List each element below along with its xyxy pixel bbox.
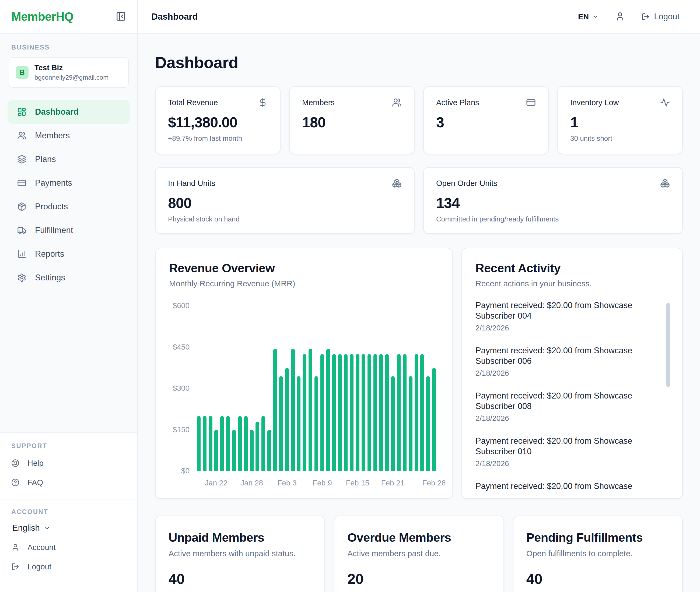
sidebar-item-logout[interactable]: Logout: [0, 557, 137, 576]
summary-value: 40: [169, 571, 312, 587]
sidebar-item-settings[interactable]: Settings: [7, 266, 130, 290]
bar-feb-20: [385, 354, 389, 471]
business-card[interactable]: B Test Biz bgconnelly29@gmail.com: [9, 57, 129, 88]
sidebar-item-products[interactable]: Products: [7, 195, 130, 218]
activity-scrollbar[interactable]: [666, 303, 670, 387]
bar-feb-9: [320, 354, 324, 471]
truck-icon: [17, 226, 27, 235]
user-icon: [615, 11, 625, 21]
summary-subtitle: Open fulfillments to complete.: [526, 549, 669, 558]
header-language-label: EN: [578, 12, 589, 21]
chart-subtitle: Monthly Recurring Revenue (MRR): [169, 279, 438, 288]
activity-date: 2/18/2026: [475, 324, 669, 332]
dollar-sign-icon: [258, 98, 268, 107]
activity-text: Payment received: $20.00 from Showcase S…: [475, 390, 661, 411]
brand-logo: MemberHQ: [11, 10, 74, 23]
main-content: Dashboard Total Revenue $11,380.00 +89.7…: [138, 34, 700, 592]
chart-title: Revenue Overview: [169, 261, 438, 275]
sidebar-nav-section: BUSINESS B Test Biz bgconnelly29@gmail.c…: [0, 34, 137, 433]
stat-card-total-revenue: Total Revenue $11,380.00 +89.7% from las…: [155, 86, 281, 154]
bars-layer: [196, 306, 437, 471]
header-logout-button[interactable]: Logout: [642, 12, 680, 21]
activity-icon: [660, 98, 670, 107]
stat-label: In Hand Units: [168, 179, 216, 188]
bar-feb-16: [362, 354, 365, 471]
header-user-button[interactable]: [615, 11, 625, 22]
activity-list: Payment received: $20.00 from Showcase S…: [475, 300, 669, 491]
users-icon: [17, 131, 27, 140]
bar-feb-12: [338, 354, 342, 471]
stat-card-inventory-low: Inventory Low 1 30 units short: [557, 86, 683, 154]
sidebar-collapse-button[interactable]: [116, 11, 126, 22]
stat-value: 3: [436, 114, 536, 131]
sidebar-item-reports[interactable]: Reports: [7, 242, 130, 266]
bar-feb-11: [332, 354, 336, 471]
bar-jan-22: [214, 430, 218, 471]
topbar-actions: EN Logout: [578, 11, 680, 22]
page-title: Dashboard: [155, 53, 683, 72]
bar-feb-2: [279, 376, 283, 471]
stat-subtext: +89.7% from last month: [168, 134, 268, 143]
header-language-select[interactable]: EN: [578, 12, 599, 21]
summary-subtitle: Active members past due.: [347, 549, 490, 558]
sidebar-item-account[interactable]: Account: [0, 538, 137, 557]
x-axis-tick: Feb 15: [341, 479, 374, 487]
help-circle-icon: [11, 479, 19, 487]
bar-jan-20: [203, 416, 206, 471]
summary-subtitle: Active members with unpaid status.: [169, 549, 312, 558]
life-buoy-icon: [11, 459, 19, 467]
x-axis-tick: Feb 3: [271, 479, 303, 487]
sidebar-account-section: ACCOUNT English Account Logout: [0, 499, 137, 592]
sidebar-support-section: SUPPORT Help FAQ: [0, 433, 137, 499]
stat-label: Open Order Units: [436, 179, 497, 188]
sidebar-nav: Dashboard Members Plans Payments Product…: [0, 100, 137, 290]
bar-jan-28: [250, 430, 253, 471]
sidebar-item-payments[interactable]: Payments: [7, 171, 130, 195]
summary-title: Pending Fulfillments: [526, 531, 669, 545]
activity-text: Payment received: $20.00 from Showcase S…: [475, 345, 661, 366]
account-list: Account Logout: [0, 538, 137, 576]
gear-icon: [17, 273, 27, 282]
support-section-label: SUPPORT: [0, 442, 137, 450]
stat-value: 134: [436, 195, 670, 211]
activity-item: Payment received: $20.00 from Showcase S…: [475, 436, 669, 468]
topbar-title: Dashboard: [151, 11, 198, 22]
panel-left-close-icon: [116, 11, 126, 21]
activity-text: Payment received: $20.00 from Showcase S…: [475, 300, 661, 321]
stat-label: Members: [302, 98, 335, 107]
bar-jan-19: [197, 416, 200, 471]
sidebar-item-faq[interactable]: FAQ: [0, 473, 137, 492]
bar-jan-29: [255, 422, 259, 471]
bar-feb-15: [356, 354, 360, 471]
stats-row-1: Total Revenue $11,380.00 +89.7% from las…: [155, 86, 683, 154]
logout-icon: [11, 563, 19, 571]
bar-feb-14: [350, 354, 354, 471]
y-axis-tick: $150: [169, 426, 190, 434]
language-select-label: English: [12, 523, 40, 533]
sidebar-item-help[interactable]: Help: [0, 453, 137, 473]
business-meta: Test Biz bgconnelly29@gmail.com: [35, 63, 108, 81]
bar-jan-25: [232, 430, 236, 471]
language-select[interactable]: English: [12, 523, 137, 533]
sidebar-item-members[interactable]: Members: [7, 124, 130, 147]
bar-feb-22: [397, 354, 401, 471]
bar-feb-17: [368, 354, 371, 471]
summary-title: Unpaid Members: [169, 531, 312, 545]
charts-row: Revenue Overview Monthly Recurring Reven…: [155, 248, 683, 499]
bar-jan-23: [220, 416, 224, 471]
sidebar-item-fulfillment[interactable]: Fulfillment: [7, 218, 130, 242]
stat-value: 1: [570, 114, 670, 131]
summary-card-unpaid-members: Unpaid Members Active members with unpai…: [155, 515, 325, 592]
activity-date: 2/18/2026: [475, 459, 669, 468]
bar-jan-26: [238, 416, 242, 471]
activity-item: Payment received: $20.00 from Showcase: [475, 481, 669, 491]
x-axis-tick: Feb 21: [377, 479, 409, 487]
sidebar-item-plans[interactable]: Plans: [7, 147, 130, 171]
layers-icon: [17, 155, 27, 164]
revenue-overview-card: Revenue Overview Monthly Recurring Reven…: [155, 248, 453, 499]
activity-item: Payment received: $20.00 from Showcase S…: [475, 345, 669, 378]
users-icon: [392, 98, 402, 107]
sidebar-item-dashboard[interactable]: Dashboard: [7, 100, 130, 124]
y-axis-tick: $0: [169, 466, 190, 475]
package-icon: [17, 202, 27, 211]
